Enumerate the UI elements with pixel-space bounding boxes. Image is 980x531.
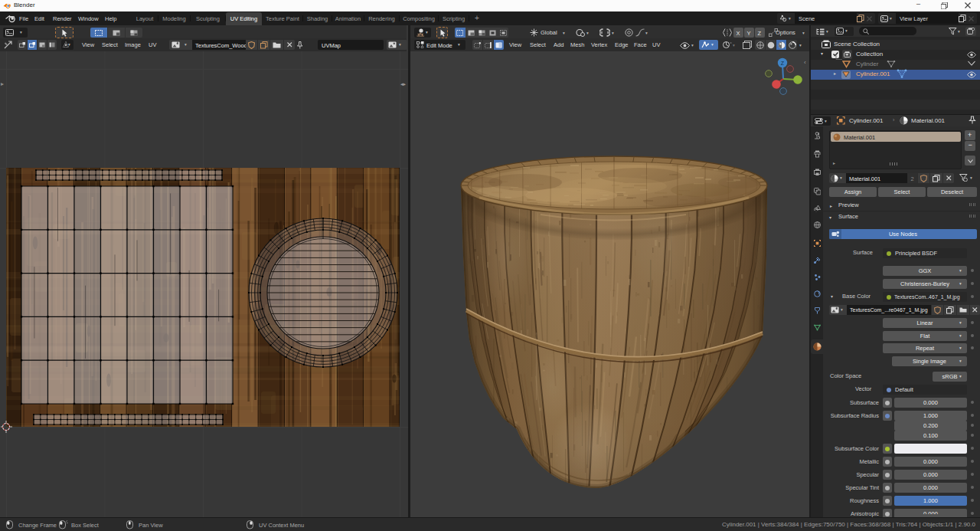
svg-text:Z: Z xyxy=(781,61,785,66)
